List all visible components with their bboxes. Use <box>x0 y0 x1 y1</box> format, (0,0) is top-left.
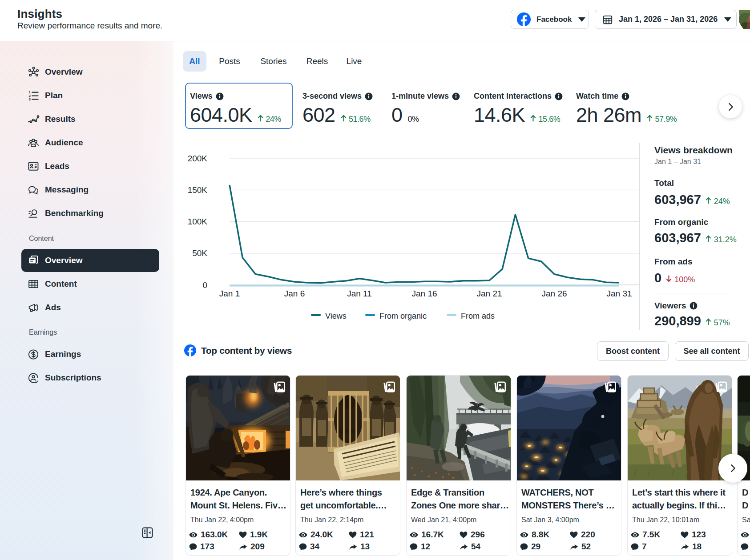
svg-text:From ads: From ads <box>461 312 495 320</box>
svg-text:Jan 11: Jan 11 <box>347 289 372 298</box>
svg-text:Jan 6: Jan 6 <box>284 289 305 298</box>
svg-text:Jan 21: Jan 21 <box>476 289 502 298</box>
svg-text:3: 3 <box>28 97 31 101</box>
svg-text:50K: 50K <box>192 248 207 258</box>
svg-text:100K: 100K <box>188 217 208 226</box>
svg-text:200K: 200K <box>188 154 208 163</box>
svg-text:Jan 1: Jan 1 <box>219 289 240 298</box>
svg-text:Jan 31: Jan 31 <box>606 289 632 298</box>
svg-text:Jan 26: Jan 26 <box>541 289 567 298</box>
svg-text:From organic: From organic <box>379 312 427 320</box>
svg-text:Jan 16: Jan 16 <box>411 289 437 298</box>
svg-text:Views: Views <box>325 312 347 320</box>
svg-text:150K: 150K <box>188 185 208 195</box>
svg-text:0: 0 <box>202 280 207 290</box>
